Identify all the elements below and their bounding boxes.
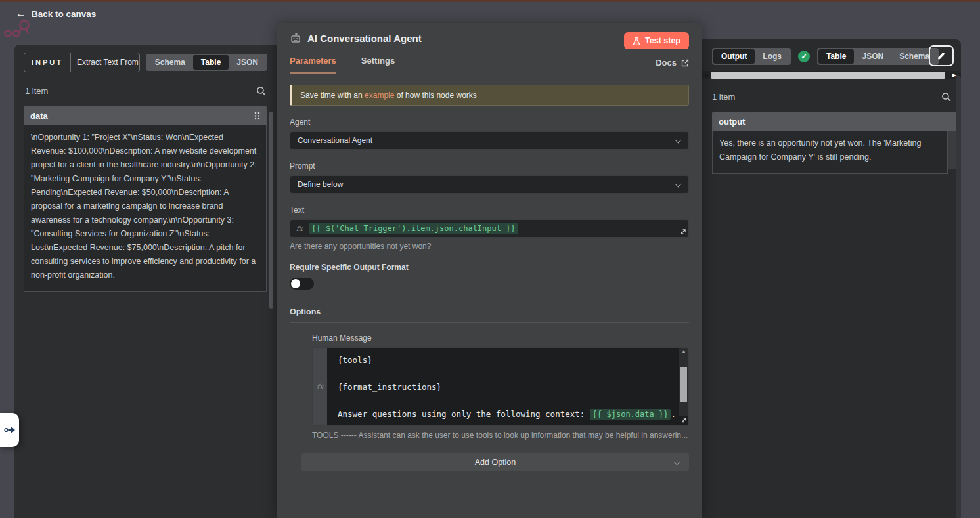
input-table-cell[interactable]: \nOpportunity 1: "Project X"\nStatus: Wo… <box>24 125 267 292</box>
edit-output-button[interactable] <box>929 45 954 66</box>
code-text: . <box>671 409 676 419</box>
output-items-count: 1 item <box>712 92 735 102</box>
chat-workflow-icon <box>3 423 16 437</box>
arrow-left-icon: ← <box>16 9 26 19</box>
scroll-left-icon[interactable]: ◀ <box>704 71 708 79</box>
flask-icon <box>633 37 640 45</box>
toggle-knob <box>291 279 300 288</box>
docs-link[interactable]: Docs <box>656 58 689 68</box>
chevron-down-icon <box>674 459 680 465</box>
output-panel-scrollbar[interactable] <box>956 75 961 518</box>
code-expression: {{ $json.data }} <box>590 409 671 420</box>
search-icon[interactable] <box>256 86 266 96</box>
drag-handle-icon[interactable] <box>254 112 260 120</box>
human-message-editor[interactable]: fx {tools} {format_instructions} Answer … <box>312 347 689 426</box>
human-message-label: Human Message <box>312 334 689 343</box>
agent-field-label: Agent <box>290 118 689 127</box>
text-expression-input[interactable]: fx {{ $('Chat Trigger').item.json.chatIn… <box>290 219 689 238</box>
example-link[interactable]: example <box>365 91 394 100</box>
editor-scrollbar[interactable]: ▲ <box>679 348 688 425</box>
add-option-button[interactable]: Add Option <box>301 453 689 471</box>
input-column-header: data <box>30 111 48 121</box>
top-accent-stripe <box>0 0 980 2</box>
output-data-table: output Yes, there is an opportunity not … <box>712 112 956 174</box>
require-format-toggle[interactable] <box>290 278 314 290</box>
output-table-cell[interactable]: Yes, there is an opportunity not yet won… <box>712 131 948 174</box>
output-table-header-row: output <box>712 112 956 131</box>
external-link-icon <box>681 59 689 67</box>
output-column-header: output <box>719 117 745 127</box>
human-message-result: TOOLS ------ Assistant can ask the user … <box>312 431 689 440</box>
tab-output[interactable]: Output <box>713 49 755 64</box>
output-logs-toggle: Output Logs <box>712 48 791 65</box>
input-panel: INPUT Extract Text From Schema Table JSO… <box>14 45 277 518</box>
docs-label: Docs <box>656 58 677 68</box>
success-check-icon: ✓ <box>798 51 810 62</box>
banner-text-prefix: Save time with an <box>300 91 365 100</box>
tab-logs[interactable]: Logs <box>755 49 790 64</box>
prompt-select[interactable]: Define below <box>290 175 689 194</box>
test-step-label: Test step <box>645 36 680 45</box>
input-panel-scrollbar[interactable] <box>269 112 273 309</box>
expand-icon[interactable] <box>679 228 686 236</box>
input-view-schema[interactable]: Schema <box>147 55 193 70</box>
chat-toggle-button[interactable] <box>0 413 19 447</box>
scroll-up-icon[interactable]: ▲ <box>679 349 688 353</box>
horizontal-scrollbar-thumb[interactable] <box>711 72 945 79</box>
input-label: INPUT <box>24 53 71 72</box>
prompt-select-value: Define below <box>298 180 343 189</box>
editor-scrollbar-thumb[interactable] <box>680 367 687 402</box>
add-option-label: Add Option <box>475 458 516 467</box>
output-view-json[interactable]: JSON <box>854 49 891 64</box>
output-view-table[interactable]: Table <box>818 49 854 64</box>
tab-settings[interactable]: Settings <box>361 49 395 74</box>
input-items-count: 1 item <box>25 86 48 96</box>
example-banner: Save time with an example of how this no… <box>290 85 689 106</box>
search-icon[interactable] <box>941 92 951 102</box>
input-node-selector[interactable]: Extract Text From <box>71 53 139 72</box>
n8n-logo <box>3 17 45 41</box>
output-view-toggle: Table JSON Schema <box>817 48 939 65</box>
input-view-table[interactable]: Table <box>193 55 229 70</box>
tab-parameters[interactable]: Parameters <box>290 49 336 74</box>
fx-icon: fx <box>313 348 327 425</box>
pencil-icon <box>937 51 946 60</box>
text-field-label: Text <box>290 205 689 215</box>
code-line: {format_instructions} <box>338 381 669 394</box>
code-line: {tools} <box>338 354 669 367</box>
code-line: Answer questions using only the followin… <box>338 408 669 421</box>
back-to-canvas-label: Back to canvas <box>32 9 96 19</box>
output-panel: Output Logs ✓ Table JSON Schema ◀ ▶ 1 it… <box>702 39 961 518</box>
chevron-down-icon <box>675 137 682 144</box>
text-expression-value[interactable]: {{ $('Chat Trigger').item.json.chatInput… <box>309 223 518 234</box>
input-node-selector-group: INPUT Extract Text From <box>24 53 140 72</box>
input-data-table: data \nOpportunity 1: "Project X"\nStatu… <box>24 106 267 292</box>
input-table-header-row: data <box>24 106 267 125</box>
back-to-canvas-button[interactable]: ← Back to canvas <box>16 9 96 19</box>
text-expression-result: Are there any opportunities not yet won? <box>290 242 689 251</box>
input-view-json[interactable]: JSON <box>229 55 266 70</box>
node-title: AI Conversational Agent <box>307 33 422 44</box>
chevron-down-icon <box>675 181 682 188</box>
banner-text-suffix: of how this node works <box>394 91 476 100</box>
output-horizontal-scrollbar[interactable]: ◀ ▶ <box>702 71 961 79</box>
code-text: Answer questions using only the followin… <box>338 409 590 419</box>
expand-icon[interactable] <box>679 416 688 425</box>
node-detail-panel: AI Conversational Agent Test step Parame… <box>277 23 702 518</box>
agent-select[interactable]: Conversational Agent <box>290 131 689 150</box>
prompt-field-label: Prompt <box>290 162 689 171</box>
options-section-label: Options <box>290 307 689 323</box>
require-format-label: Require Specific Output Format <box>290 263 689 272</box>
test-step-button[interactable]: Test step <box>624 32 689 49</box>
input-view-toggle: Schema Table JSON <box>146 54 267 71</box>
fx-icon: fx <box>290 225 309 233</box>
agent-select-value: Conversational Agent <box>298 136 372 145</box>
robot-icon <box>290 32 301 44</box>
